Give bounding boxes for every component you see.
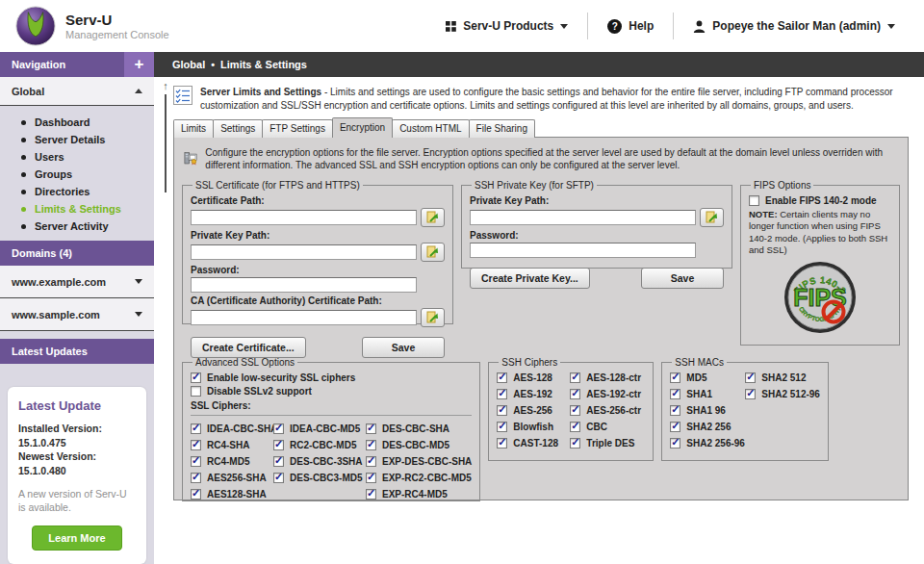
enable-fips-checkbox-row[interactable]: Enable FIPS 140-2 mode [749,195,891,206]
ssh-cipher-checkbox-row[interactable]: Triple DES [570,438,645,449]
private-key-path-browse-button[interactable] [421,243,445,262]
create-private-key-button[interactable]: Create Private Key... [470,268,590,289]
ssl-option-checkbox-row[interactable]: Enable low-security SSL ciphers [191,372,472,383]
ssl-cipher-checkbox-row[interactable]: AES128-SHA [191,489,273,500]
ssl-option-checkbox-row[interactable]: Disable SSLv2 support [191,386,472,397]
checkbox[interactable] [497,438,507,449]
ssl-cipher-checkbox-row[interactable]: EXP-RC2-CBC-MD5 [366,473,472,483]
checkbox[interactable] [366,440,376,450]
checkbox[interactable] [670,389,680,399]
checkbox[interactable] [366,489,376,500]
ssl-cipher-checkbox-row[interactable]: RC4-MD5 [191,456,273,467]
ssh-password-input[interactable] [470,243,696,258]
ssl-cipher-checkbox-row[interactable]: RC4-SHA [191,440,273,450]
ssh-save-button[interactable]: Save [641,268,724,289]
ssl-cipher-checkbox-row[interactable]: DES-CBC-3SHA [273,456,366,467]
ssl-cipher-checkbox-row[interactable]: DES-CBC-SHA [366,423,472,434]
checkbox[interactable] [191,456,201,467]
help-button[interactable]: ? Help [588,19,673,34]
vertical-scrollbar[interactable]: ↑ [159,81,172,192]
scrollbar-track[interactable] [165,94,167,192]
ssl-cipher-checkbox-row[interactable]: DES-CBC-MD5 [366,440,472,450]
sidebar-nav-item[interactable]: Dashboard [0,114,154,131]
sidebar-section-global[interactable]: Global [0,77,154,106]
sidebar-nav-item[interactable]: Directories [0,183,154,200]
checkbox[interactable] [570,422,580,432]
checkbox[interactable] [191,386,201,397]
checkbox[interactable] [273,440,284,450]
ssh-cipher-checkbox-row[interactable]: Blowfish [497,422,570,432]
tab[interactable]: FTP Settings [262,119,333,138]
ssh-mac-checkbox-row[interactable]: SHA1 [670,389,745,399]
checkbox[interactable] [191,423,201,434]
checkbox[interactable] [670,438,680,449]
ssh-private-key-browse-button[interactable] [700,208,724,227]
ssh-private-key-path-input[interactable] [470,210,696,225]
ssh-cipher-checkbox-row[interactable]: AES-192-ctr [570,389,645,399]
checkbox[interactable] [191,372,201,383]
ssl-cipher-checkbox-row[interactable]: EXP-RC4-MD5 [366,489,472,500]
tab[interactable]: File Sharing [469,119,535,138]
sidebar-domain-accordion[interactable]: www.example.com [0,266,154,298]
checkbox[interactable] [670,422,680,432]
checkbox[interactable] [191,473,201,483]
tab[interactable]: Custom HTML [392,119,469,138]
scroll-up-icon[interactable]: ↑ [163,81,168,91]
checkbox[interactable] [366,423,376,434]
ssl-cipher-checkbox-row[interactable]: AES256-SHA [191,473,273,483]
checkbox[interactable] [745,372,756,383]
sidebar-domain-accordion[interactable]: www.sample.com [0,298,154,331]
ssh-cipher-checkbox-row[interactable]: AES-128 [497,372,570,383]
ssh-cipher-checkbox-row[interactable]: AES-192 [497,389,570,399]
sidebar-nav-item[interactable]: Users [0,148,154,166]
sidebar-nav-item[interactable]: Server Details [0,131,154,148]
checkbox[interactable] [191,440,201,450]
ssh-mac-checkbox-row[interactable]: MD5 [670,372,745,383]
ssl-cipher-checkbox-row[interactable]: RC2-CBC-MD5 [273,440,366,450]
products-menu-button[interactable]: Serv-U Products [426,19,587,33]
tab[interactable]: Encryption [332,117,393,138]
checkbox[interactable] [670,372,680,383]
checkbox[interactable] [570,405,580,416]
private-key-path-input[interactable] [191,244,417,260]
certificate-path-browse-button[interactable] [421,208,445,227]
checkbox[interactable] [273,456,284,467]
checkbox[interactable] [497,422,507,432]
checkbox[interactable] [570,372,580,383]
learn-more-button[interactable]: Learn More [32,526,121,551]
ssl-save-button[interactable]: Save [362,337,445,358]
checkbox[interactable] [366,473,376,483]
ssh-mac-checkbox-row[interactable]: SHA2 256 [670,422,745,432]
checkbox[interactable] [273,423,284,434]
sidebar-section-domains[interactable]: Domains (4) [0,241,154,266]
checkbox[interactable] [745,389,756,399]
ssh-cipher-checkbox-row[interactable]: CAST-128 [497,438,570,449]
tab[interactable]: Limits [173,119,214,138]
ssl-cipher-checkbox-row[interactable]: DES-CBC3-MD5 [273,473,366,483]
ssh-mac-checkbox-row[interactable]: SHA2 512-96 [745,389,820,399]
ssh-mac-checkbox-row[interactable]: SHA1 96 [670,405,745,416]
checkbox[interactable] [570,389,580,399]
certificate-path-input[interactable] [191,210,417,225]
ssh-mac-checkbox-row[interactable]: SHA2 256-96 [670,438,745,449]
add-navigation-button[interactable]: + [124,52,154,77]
ca-certificate-path-input[interactable] [191,310,417,325]
ssl-password-input[interactable] [191,277,417,293]
tab[interactable]: Settings [213,119,263,138]
sidebar-nav-item[interactable]: Server Activity [0,218,154,235]
ssh-cipher-checkbox-row[interactable]: AES-256 [497,405,570,416]
ssl-cipher-checkbox-row[interactable]: IDEA-CBC-MD5 [273,423,366,434]
checkbox[interactable] [191,489,201,500]
ssl-cipher-checkbox-row[interactable]: EXP-DES-CBC-SHA [366,456,472,467]
checkbox[interactable] [273,473,284,483]
checkbox[interactable] [497,372,507,383]
sidebar-nav-item[interactable]: Groups [0,166,154,183]
checkbox[interactable] [749,195,759,206]
ssh-cipher-checkbox-row[interactable]: CBC [570,422,645,432]
checkbox[interactable] [366,456,376,467]
checkbox[interactable] [497,405,507,416]
ssl-cipher-checkbox-row[interactable]: IDEA-CBC-SHA [191,423,273,434]
sidebar-nav-item[interactable]: Limits & Settings [0,200,154,218]
create-certificate-button[interactable]: Create Certificate... [191,337,306,358]
ssh-cipher-checkbox-row[interactable]: AES-128-ctr [570,372,645,383]
